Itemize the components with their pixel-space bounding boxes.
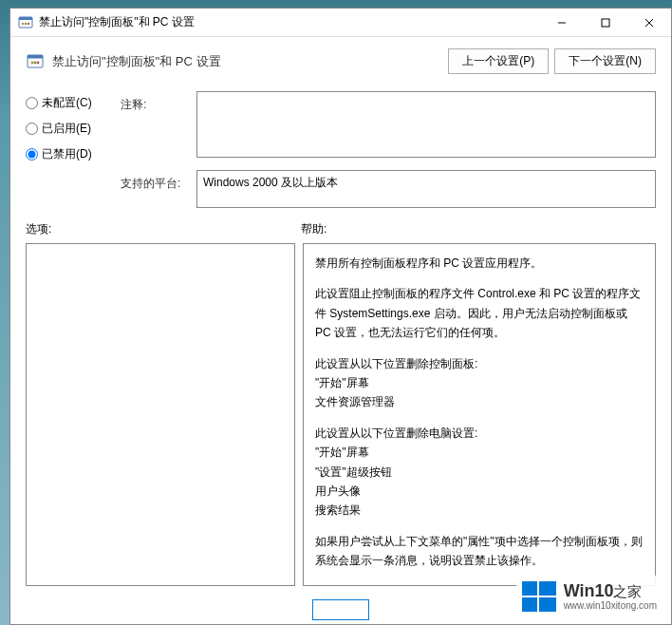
watermark-text: Win10之家 www.win10xitong.com	[564, 582, 657, 612]
svg-rect-14	[522, 581, 537, 596]
window-controls	[540, 9, 671, 36]
svg-point-2	[22, 22, 24, 24]
watermark-url: www.win10xitong.com	[564, 600, 657, 611]
maximize-button[interactable]	[584, 9, 627, 36]
help-panel: 禁用所有控制面板程序和 PC 设置应用程序。 此设置阻止控制面板的程序文件 Co…	[303, 243, 656, 586]
options-panel	[26, 243, 295, 586]
help-text: 此设置从以下位置删除电脑设置:	[315, 424, 644, 443]
watermark-brand: Win10	[564, 581, 614, 600]
svg-point-12	[34, 61, 37, 64]
windows-logo-icon	[520, 578, 558, 616]
comment-textarea[interactable]	[196, 91, 656, 158]
help-label: 帮助:	[301, 221, 327, 237]
help-text: 用户头像	[315, 482, 644, 501]
app-icon	[18, 15, 33, 30]
help-text: "开始"屏幕	[315, 373, 644, 392]
radio-label: 已禁用(D)	[42, 146, 92, 162]
radio-disabled[interactable]: 已禁用(D)	[26, 146, 121, 162]
help-text: 文件资源管理器	[315, 392, 644, 411]
page-title: 禁止访问"控制面板"和 PC 设置	[52, 53, 448, 70]
help-text: "开始"屏幕	[315, 443, 644, 462]
radio-not-configured-input[interactable]	[26, 97, 38, 109]
platform-row: 支持的平台: Windows 2000 及以上版本	[10, 162, 671, 208]
header-row: 禁止访问"控制面板"和 PC 设置 上一个设置(P) 下一个设置(N)	[10, 37, 671, 85]
help-text: 如果用户尝试从上下文菜单的"属性"项中选择一个控制面板项，则系统会显示一条消息，…	[315, 532, 644, 571]
help-text: "设置"超级按钮	[315, 463, 644, 482]
close-button[interactable]	[627, 9, 671, 36]
panels-row: 禁用所有控制面板程序和 PC 设置应用程序。 此设置阻止控制面板的程序文件 Co…	[10, 243, 671, 596]
window-title: 禁止访问"控制面板"和 PC 设置	[39, 14, 540, 30]
policy-icon	[26, 52, 45, 71]
nav-buttons: 上一个设置(P) 下一个设置(N)	[448, 48, 656, 74]
help-text: 搜索结果	[315, 501, 644, 520]
svg-rect-10	[28, 55, 43, 59]
help-text: 此设置从以下位置删除控制面板:	[315, 354, 644, 373]
svg-point-13	[37, 61, 40, 64]
titlebar: 禁止访问"控制面板"和 PC 设置	[10, 9, 671, 37]
radio-enabled-input[interactable]	[26, 123, 38, 135]
svg-rect-1	[19, 17, 32, 20]
radio-enabled[interactable]: 已启用(E)	[26, 121, 121, 137]
radio-label: 未配置(C)	[42, 95, 92, 111]
svg-rect-17	[539, 597, 556, 612]
watermark-suffix: 之家	[613, 583, 642, 599]
partial-button[interactable]	[312, 599, 369, 620]
svg-point-3	[25, 22, 27, 24]
radio-not-configured[interactable]: 未配置(C)	[26, 95, 121, 111]
policy-editor-window: 禁止访问"控制面板"和 PC 设置 禁止访问"控制面板"和 PC 设置	[9, 8, 672, 625]
help-text: 禁用所有控制面板程序和 PC 设置应用程序。	[315, 254, 644, 273]
minimize-button[interactable]	[540, 9, 584, 36]
svg-rect-15	[539, 581, 556, 596]
config-row: 未配置(C) 已启用(E) 已禁用(D) 注释:	[10, 85, 671, 162]
state-radio-group: 未配置(C) 已启用(E) 已禁用(D)	[26, 91, 121, 162]
watermark: Win10之家 www.win10xitong.com	[516, 576, 661, 617]
previous-setting-button[interactable]: 上一个设置(P)	[448, 48, 549, 74]
radio-label: 已启用(E)	[42, 121, 91, 137]
supported-label: 支持的平台:	[121, 170, 196, 208]
svg-point-4	[28, 22, 29, 24]
options-label: 选项:	[26, 221, 301, 237]
next-setting-button[interactable]: 下一个设置(N)	[554, 48, 656, 74]
supported-platforms-box: Windows 2000 及以上版本	[196, 170, 656, 208]
help-text: 此设置阻止控制面板的程序文件 Control.exe 和 PC 设置的程序文件 …	[315, 284, 644, 342]
svg-rect-6	[602, 19, 609, 27]
supported-platforms-text: Windows 2000 及以上版本	[203, 176, 338, 189]
svg-point-11	[31, 61, 34, 64]
comment-label: 注释:	[121, 91, 196, 113]
radio-disabled-input[interactable]	[26, 148, 38, 161]
panel-labels: 选项: 帮助:	[10, 208, 671, 243]
svg-rect-16	[522, 597, 537, 612]
